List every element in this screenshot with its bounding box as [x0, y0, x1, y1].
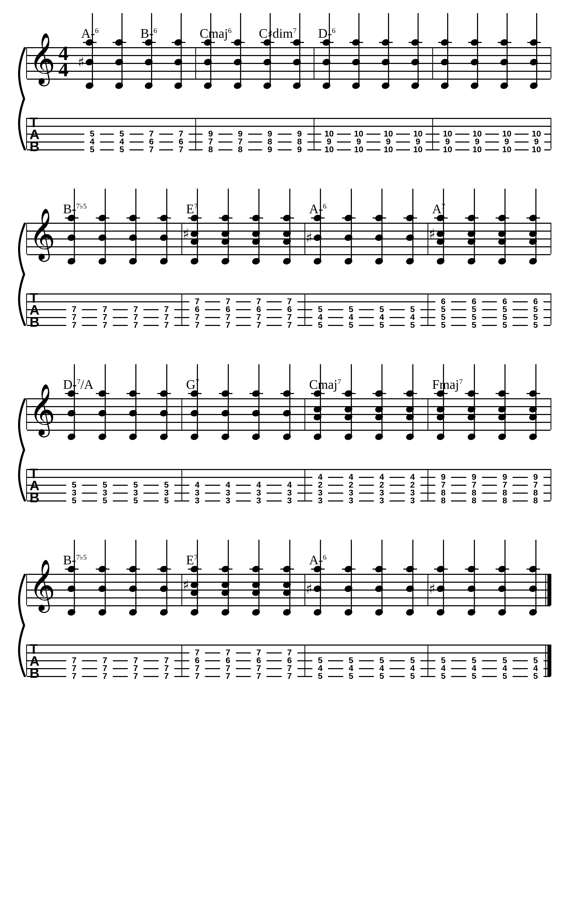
- tab-fret-number: 5: [374, 321, 390, 329]
- tab-fret-number: 5: [343, 321, 359, 329]
- tab-fret-number: 5: [128, 497, 144, 504]
- tab-fret-number: 2: [405, 481, 421, 489]
- tab-fret-number: 2: [343, 481, 359, 489]
- tab-fret-number: 5: [497, 672, 512, 680]
- tab-fret-number: 4: [405, 473, 421, 481]
- tab-fret-number: 10: [321, 146, 337, 153]
- tab-fret-number: 5: [374, 672, 390, 680]
- tab-clef: TAB: [29, 467, 40, 504]
- tab-fret-number: 7: [97, 313, 113, 321]
- system-brace: [15, 574, 26, 677]
- barline: [427, 574, 428, 606]
- tab-fret-number: 4: [343, 313, 359, 321]
- tab-fret-number: 5: [435, 313, 451, 321]
- tab-fret-number: 5: [405, 672, 421, 680]
- tab-fret-number: 4: [220, 481, 236, 489]
- chord-symbol: E7: [186, 552, 198, 568]
- tab-fret-number: 7: [128, 672, 144, 680]
- tab-fret-number: 8: [435, 489, 451, 497]
- tab-fret-number: 5: [435, 656, 451, 664]
- tab-fret-number: 9: [262, 130, 278, 138]
- tab-fret-number: 7: [251, 297, 266, 305]
- chord-symbol: A-6: [309, 201, 327, 216]
- chord-symbol: A-6: [309, 552, 327, 568]
- tab-fret-number: 5: [466, 305, 482, 313]
- tab-fret-number: 6: [189, 656, 205, 664]
- tab-fret-number: 7: [128, 305, 144, 313]
- barline: [181, 398, 182, 431]
- system-brace: [15, 223, 26, 326]
- tab-fret-number: 7: [144, 130, 159, 138]
- final-barline-thick: [548, 574, 551, 606]
- system: 𝄞B-7♭5E7A-6♯♯♯TAB77777777777776777677767…: [26, 574, 562, 676]
- chord-symbol: A-6: [81, 26, 99, 41]
- barline: [181, 223, 182, 255]
- chord-symbol: Cmaj7: [309, 377, 341, 392]
- tab-fret-number: 3: [220, 497, 236, 504]
- tab-fret-number: 5: [528, 305, 543, 313]
- tab-fret-number: 9: [321, 138, 337, 146]
- sheet-music-page: 𝄞44A-6B-6Cmaj6C♯dim7D-6♯TAB5455457677679…: [0, 0, 588, 900]
- tab-fret-number: 7: [97, 672, 113, 680]
- tab-fret-number: 7: [251, 321, 266, 329]
- tab-fret-number: 4: [84, 138, 100, 146]
- tab-fret-number: 7: [159, 305, 174, 313]
- tab-fret-number: 7: [159, 672, 174, 680]
- tab-fret-number: 10: [351, 130, 367, 138]
- tab-fret-number: 3: [159, 489, 174, 497]
- tab-fret-number: 4: [528, 664, 543, 672]
- barline: [181, 469, 182, 501]
- barline: [305, 469, 305, 501]
- tab-fret-number: 3: [251, 497, 266, 504]
- tab-fret-number: 4: [405, 664, 421, 672]
- tab-fret-number: 8: [292, 138, 307, 146]
- barline: [305, 644, 305, 677]
- system-brace: [15, 47, 26, 151]
- tab-fret-number: 4: [312, 664, 328, 672]
- tab-staff: TAB7777777777777677767776777677545545545…: [26, 293, 551, 325]
- tab-fret-number: 2: [374, 481, 390, 489]
- tab-fret-number: 5: [374, 305, 390, 313]
- tab-fret-number: 7: [97, 664, 113, 672]
- tab-fret-number: 10: [469, 130, 485, 138]
- tab-fret-number: 7: [282, 321, 297, 329]
- tab-fret-number: 7: [282, 297, 297, 305]
- tab-fret-number: 4: [343, 473, 359, 481]
- tab-fret-number: 7: [66, 672, 82, 680]
- tab-fret-number: 5: [97, 481, 113, 489]
- tab-fret-number: 5: [528, 656, 543, 664]
- accidental: ♯: [306, 581, 312, 597]
- tab-fret-number: 3: [66, 489, 82, 497]
- barline: [181, 644, 182, 677]
- tab-fret-number: 7: [251, 649, 266, 656]
- tab-fret-number: 6: [466, 297, 482, 305]
- tab-fret-number: 7: [189, 649, 205, 656]
- treble-staff: 𝄞B-7♭5E7A-6♯♯♯: [26, 574, 551, 605]
- tab-fret-number: 7: [282, 649, 297, 656]
- tab-fret-number: 5: [405, 305, 421, 313]
- tab-fret-number: 6: [435, 297, 451, 305]
- tab-fret-number: 9: [292, 146, 307, 153]
- barline: [305, 398, 305, 431]
- tab-fret-number: 5: [114, 130, 130, 138]
- tab-fret-number: 5: [528, 313, 543, 321]
- tab-fret-number: 3: [251, 489, 266, 497]
- tab-fret-number: 5: [405, 656, 421, 664]
- tab-fret-number: 10: [351, 146, 367, 153]
- tab-fret-number: 10: [439, 130, 455, 138]
- tab-fret-number: 7: [435, 481, 451, 489]
- tab-fret-number: 7: [189, 313, 205, 321]
- barline: [427, 293, 428, 326]
- tab-fret-number: 9: [203, 130, 218, 138]
- tab-fret-number: 5: [66, 497, 82, 504]
- tab-fret-number: 9: [466, 473, 482, 481]
- barline: [432, 47, 433, 80]
- final-barline-thin: [545, 574, 546, 606]
- tab-fret-number: 4: [312, 473, 328, 481]
- tab-fret-number: 4: [374, 473, 390, 481]
- tab-fret-number: 6: [282, 656, 297, 664]
- tab-fret-number: 7: [144, 146, 159, 153]
- tab-fret-number: 4: [435, 664, 451, 672]
- tab-fret-number: 3: [312, 497, 328, 504]
- barline: [195, 118, 196, 151]
